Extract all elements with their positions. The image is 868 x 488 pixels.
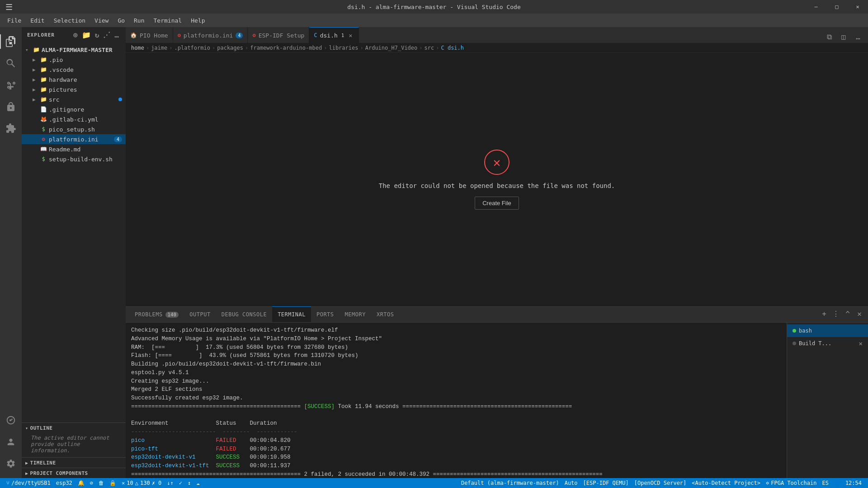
status-openocd-server[interactable]: [OpenOCD Server] bbox=[632, 478, 689, 488]
new-file-button[interactable]: ⊕ bbox=[72, 30, 79, 40]
menu-edit[interactable]: Edit bbox=[27, 15, 48, 26]
timeline-header[interactable]: ▶ TIMELINE bbox=[22, 458, 126, 468]
status-esp-idf-qemu[interactable]: [ESP-IDF QEMU] bbox=[580, 478, 632, 488]
breadcrumb-home[interactable]: home bbox=[131, 45, 144, 51]
main-layout: EXPLORER ⊕ 📁 ↻ ⋰ … ▾ 📁 ALMA-FIRMWARE-MAS… bbox=[0, 27, 868, 478]
split-terminal-button[interactable]: ⋮ bbox=[831, 309, 841, 319]
term-line-separator1: ========================================… bbox=[131, 403, 781, 411]
project-components-arrow: ▶ bbox=[25, 471, 28, 476]
status-fpga-toolchain[interactable]: ✡ FPGA Toolchain bbox=[763, 478, 819, 488]
status-notification-bell[interactable]: 🔔 bbox=[75, 478, 87, 488]
tree-item-pictures[interactable]: ▶ 📁 pictures bbox=[22, 84, 126, 94]
tree-item-pico-setup[interactable]: ▶ $ pico_setup.sh bbox=[22, 124, 126, 134]
tab-platformio-ini[interactable]: ⚙ platformio.ini 4 bbox=[173, 27, 248, 43]
status-updown[interactable]: ↕ bbox=[185, 478, 193, 488]
breadcrumb-jaime[interactable]: jaime bbox=[151, 45, 167, 51]
terminal-tab-terminal[interactable]: TERMINAL bbox=[272, 306, 311, 322]
breadcrumb-packages[interactable]: packages bbox=[217, 45, 243, 51]
tree-folder-root[interactable]: ▾ 📁 ALMA-FIRMWARE-MASTER bbox=[22, 45, 126, 55]
editor-layout-button[interactable]: ⧉ bbox=[823, 30, 835, 43]
split-editor-button[interactable]: ◫ bbox=[837, 30, 850, 43]
tree-item-readme[interactable]: ▶ 📖 Readme.md bbox=[22, 144, 126, 154]
tree-item-gitlab-ci[interactable]: ▶ 🦊 .gitlab-ci.yml bbox=[22, 114, 126, 124]
panel-build[interactable]: Build T... ✕ bbox=[787, 337, 868, 350]
menu-terminal[interactable]: Terminal bbox=[150, 15, 186, 26]
tab-esp-idf[interactable]: ⚙ ESP-IDF Setup bbox=[248, 27, 309, 43]
menu-help[interactable]: Help bbox=[187, 15, 208, 26]
explorer-icon[interactable] bbox=[0, 31, 22, 52]
status-trash-icon[interactable]: 🗑 bbox=[96, 478, 107, 488]
menu-go[interactable]: Go bbox=[114, 15, 128, 26]
menu-view[interactable]: View bbox=[91, 15, 112, 26]
new-terminal-button[interactable]: + bbox=[819, 309, 829, 319]
outline-header[interactable]: ▾ OUTLINE bbox=[22, 423, 126, 433]
close-terminal-panel-button[interactable]: ✕ bbox=[854, 309, 864, 319]
source-control-icon[interactable] bbox=[0, 74, 22, 96]
file-icon-pico-setup: $ bbox=[40, 126, 47, 133]
tree-item-vscode[interactable]: ▶ 📁 .vscode bbox=[22, 65, 126, 75]
status-bluetooth[interactable]: ⬤ bbox=[831, 478, 843, 488]
tree-item-setup-build-env[interactable]: ▶ $ setup-build-env.sh bbox=[22, 154, 126, 164]
status-block-icon[interactable]: ⊘ bbox=[87, 478, 96, 488]
status-arrows[interactable]: ↓↑ bbox=[164, 478, 176, 488]
maximize-terminal-button[interactable]: ^ bbox=[843, 309, 853, 319]
status-lock-icon[interactable]: 🔒 bbox=[107, 478, 119, 488]
tree-item-src[interactable]: ▶ 📁 src bbox=[22, 94, 126, 104]
breadcrumb-platformio[interactable]: .platformio bbox=[175, 45, 210, 51]
status-auto[interactable]: Auto bbox=[562, 478, 580, 488]
breadcrumb-src[interactable]: src bbox=[425, 45, 434, 51]
tab-dsi-h[interactable]: C dsi.h 1 ✕ bbox=[309, 27, 359, 43]
terminal-tab-problems[interactable]: PROBLEMS 140 bbox=[129, 306, 184, 322]
terminal-tab-debug-console[interactable]: DEBUG CONSOLE bbox=[216, 306, 272, 322]
tab-pio-home[interactable]: 🏠 PIO Home bbox=[126, 27, 173, 43]
account-icon[interactable] bbox=[0, 431, 22, 453]
create-file-button[interactable]: Create File bbox=[475, 197, 519, 210]
terminal-tab-xrtos[interactable]: XRTOS bbox=[371, 306, 400, 322]
run-debug-icon[interactable] bbox=[0, 96, 22, 117]
breadcrumb-arduino-h7[interactable]: Arduino_H7_Video bbox=[365, 45, 418, 51]
project-components-header[interactable]: ▶ PROJECT COMPONENTS bbox=[22, 468, 126, 478]
menu-run[interactable]: Run bbox=[130, 15, 148, 26]
terminal-tab-memory[interactable]: MEMORY bbox=[340, 306, 371, 322]
more-options-button[interactable]: … bbox=[113, 30, 120, 40]
build-close-button[interactable]: ✕ bbox=[859, 340, 863, 347]
tree-item-platformio-ini[interactable]: ▶ ⚙ platformio.ini 4 bbox=[22, 134, 126, 144]
status-language[interactable]: ES bbox=[819, 478, 831, 488]
menu-selection[interactable]: Selection bbox=[50, 15, 89, 26]
menu-hamburger-icon[interactable]: ☰ bbox=[5, 2, 13, 12]
status-board[interactable]: esp32 bbox=[53, 478, 75, 488]
refresh-button[interactable]: ↻ bbox=[94, 30, 101, 40]
status-auto-detect-project[interactable]: <Auto-Detect Project> bbox=[689, 478, 763, 488]
new-folder-button[interactable]: 📁 bbox=[81, 30, 92, 40]
terminal-main[interactable]: Checking size .pio/build/esp32doit-devki… bbox=[126, 323, 787, 478]
more-actions-button[interactable]: … bbox=[852, 30, 864, 43]
menu-file[interactable]: File bbox=[4, 15, 25, 26]
platformio-icon[interactable] bbox=[0, 409, 22, 431]
tab-dsi-close-button[interactable]: ✕ bbox=[347, 32, 354, 39]
status-cloud[interactable]: ☁ bbox=[193, 478, 202, 488]
terminal-content: Checking size .pio/build/esp32doit-devki… bbox=[126, 323, 868, 478]
panel-bash[interactable]: bash bbox=[787, 324, 868, 337]
status-time[interactable]: 12:54 bbox=[843, 478, 864, 488]
tree-item-gitignore[interactable]: ▶ 📄 .gitignore bbox=[22, 104, 126, 114]
minimize-button[interactable]: – bbox=[806, 0, 826, 14]
breadcrumb-dsi-h[interactable]: C dsi.h bbox=[441, 45, 464, 51]
maximize-button[interactable]: □ bbox=[826, 0, 847, 14]
tree-item-hardware[interactable]: ▶ 📁 hardware bbox=[22, 75, 126, 84]
settings-icon[interactable] bbox=[0, 453, 22, 474]
breadcrumb-sep5: › bbox=[324, 45, 327, 51]
extensions-icon[interactable] bbox=[0, 117, 22, 139]
collapse-all-button[interactable]: ⋰ bbox=[102, 30, 112, 40]
breadcrumb-libraries[interactable]: libraries bbox=[329, 45, 358, 51]
status-branch[interactable]: ⑂ /dev/ttyUSB1 bbox=[4, 478, 53, 488]
status-default-config[interactable]: Default (alma-firmware-master) bbox=[458, 478, 562, 488]
close-button[interactable]: ✕ bbox=[847, 0, 868, 14]
status-errors-warnings[interactable]: ✕ 10 △ 130 ✗ 0 bbox=[119, 478, 164, 488]
terminal-tab-ports[interactable]: PORTS bbox=[311, 306, 340, 322]
tree-item-pio[interactable]: ▶ 📁 .pio bbox=[22, 55, 126, 65]
search-icon[interactable] bbox=[0, 52, 22, 74]
breadcrumb-framework[interactable]: framework-arduino-mbed bbox=[250, 45, 322, 51]
status-checkmark[interactable]: ✓ bbox=[176, 478, 185, 488]
terminal-tab-output[interactable]: OUTPUT bbox=[184, 306, 216, 322]
term-line-esp32: esp32doit-devkit-v1 SUCCESS 00:00:10.958 bbox=[131, 453, 781, 462]
